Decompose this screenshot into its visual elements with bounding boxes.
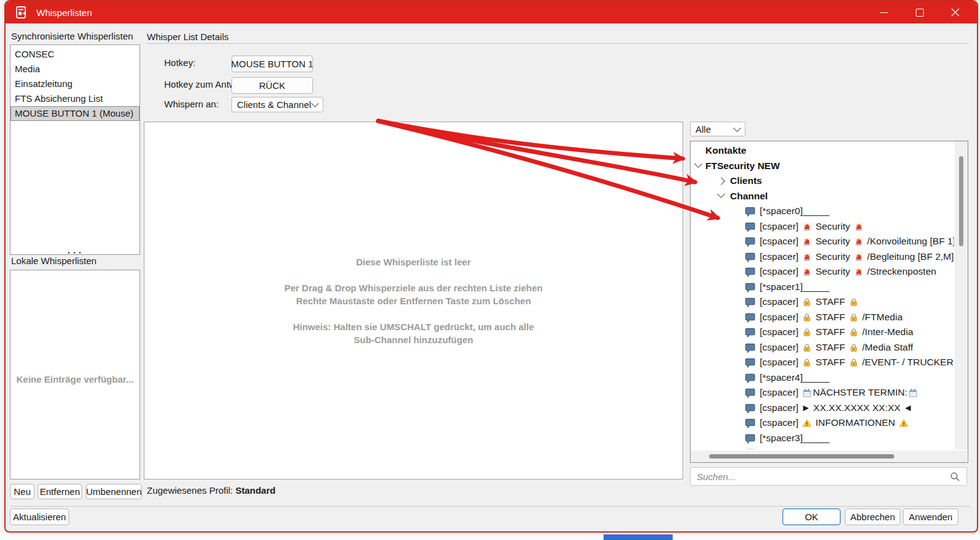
bubble-icon [745, 206, 755, 217]
sync-whisperlists[interactable]: CONSECMediaEinsatzleitungFTS Absicherung… [10, 44, 140, 255]
tree-item[interactable]: Clients [691, 173, 954, 189]
lock-icon [802, 343, 812, 352]
rename-button[interactable]: Umbenennen [86, 484, 142, 499]
whisper-app-icon [15, 6, 29, 19]
assigned-profile-value: Standard [235, 485, 275, 496]
tree-item-text: [*spacer0]_____ [760, 206, 829, 216]
tree-item-text: [cspacer] [760, 266, 801, 276]
tree-item[interactable]: [cspacer] STAFF /FTMedia [691, 310, 954, 325]
tree-item[interactable]: [cspacer] ► XX.XX.XXXX XX:XX ◄ [691, 401, 954, 416]
vertical-scrollbar[interactable] [955, 141, 968, 449]
reply-hotkey-button[interactable]: RÜCK [231, 77, 313, 94]
channel-tree: KontakteFTSecurity NEWClientsChannel[*sp… [691, 141, 954, 449]
splitter-dots-icon [68, 252, 70, 254]
tree-item[interactable]: [*spacer3]_____ [691, 431, 954, 446]
whisper-to-select[interactable]: Clients & Channel [231, 97, 323, 112]
tree-item[interactable]: [cspacer] STAFF /EVENT- / TRUCKERS STAFF [691, 355, 954, 370]
lock-icon [802, 297, 812, 307]
tree-item[interactable]: [cspacer] NÄCHSTER TERMIN: [691, 385, 954, 401]
tree-item-text: Security [813, 236, 853, 246]
bubble-icon [745, 222, 755, 232]
search-input[interactable]: Suchen... [690, 467, 967, 486]
siren-icon [854, 222, 863, 231]
tree-item-text: /Streckenposten [865, 266, 936, 276]
local-whisperlists-label: Lokale Whisperlisten [11, 255, 96, 266]
tree-item[interactable]: [cspacer] INFORMATIONEN [691, 415, 954, 431]
whisper-to-value: Clients & Channel [237, 99, 312, 110]
tree-item[interactable]: [cspacer] STAFF /Inter-Media [691, 325, 954, 340]
search-icon[interactable] [950, 471, 960, 482]
siren-icon [802, 252, 812, 262]
tree-item[interactable]: [cspacer] Security /Streckenposten [691, 264, 954, 280]
bubble-icon [745, 388, 755, 398]
crown-icon [875, 449, 884, 449]
apply-button[interactable]: Anwenden [903, 509, 958, 525]
close-button[interactable] [937, 1, 973, 23]
tree-item-text: /EVENT- / TRUCKERS STAFF [860, 357, 954, 367]
tree-item-label: Kontakte [705, 145, 746, 156]
tree-item-label: Channel [730, 191, 768, 201]
new-button[interactable]: Neu [10, 484, 35, 499]
hint-line: Per Drag & Drop Whisperziele aus der rec… [284, 281, 542, 294]
list-item[interactable]: Einsatzleitung [10, 77, 139, 91]
tree-item-label: Clients [730, 175, 762, 186]
bubble-icon [745, 343, 755, 353]
ok-button[interactable]: OK [783, 509, 841, 525]
horizontal-scrollbar[interactable] [691, 451, 967, 462]
contacts-channel-tree-box: KontakteFTSecurity NEWClientsChannel[*sp… [690, 141, 968, 463]
chevron-down-icon[interactable] [694, 160, 702, 168]
tree-item[interactable]: [cspacer] Versanstalter [691, 446, 954, 449]
maximize-button[interactable] [902, 1, 937, 23]
bubble-icon [745, 312, 755, 323]
tree-item-text: [cspacer] [760, 221, 801, 231]
tree-item[interactable]: [cspacer] STAFF /Media Staff [691, 340, 954, 355]
tree-item[interactable]: [*spacer0]_____ [691, 204, 954, 219]
tree-item-text: INFORMATIONEN [813, 417, 898, 428]
filter-select[interactable]: Alle [690, 122, 745, 136]
tree-item[interactable]: [cspacer] Security [691, 219, 954, 235]
refresh-button[interactable]: Aktualisieren [10, 509, 69, 525]
horizontal-scrollbar-thumb[interactable] [709, 454, 894, 459]
whisperlist-targets-panel[interactable]: Diese Whisperliste ist leer Per Drag & D… [144, 122, 683, 480]
local-whisperlists[interactable]: Keine Einträge verfügbar... [10, 270, 140, 480]
tree-item-text: [cspacer] [760, 251, 801, 262]
chevron-down-icon[interactable] [717, 190, 725, 198]
tree-item-text: /Media Staff [860, 342, 913, 352]
list-item[interactable]: FTS Absicherung List [10, 91, 139, 106]
cancel-button[interactable]: Abbrechen [845, 509, 900, 525]
hotkey-button[interactable]: MOUSE BUTTON 1 [231, 56, 313, 72]
tree-item-text: /Inter-Media [860, 326, 913, 337]
vertical-scrollbar-thumb[interactable] [959, 156, 963, 246]
hint-gap [284, 268, 542, 281]
tree-item-text: [cspacer] [760, 387, 801, 397]
bubble-icon [745, 357, 755, 368]
tree-item[interactable]: [*spacer4]_____ [691, 370, 954, 386]
tree-item-text: [cspacer] [760, 357, 801, 367]
maximize-icon [916, 9, 924, 17]
tree-item[interactable]: [cspacer] Security /Begleitung [BF 2,M] [691, 249, 954, 265]
tree-item-label: FTSecurity NEW [705, 160, 780, 171]
minimize-button[interactable] [866, 1, 902, 23]
tree-item-text: Security [813, 221, 853, 231]
list-item[interactable]: CONSEC [10, 47, 139, 62]
tree-item[interactable]: Kontakte [691, 143, 954, 159]
tree-item[interactable]: [*spacer1]_____ [691, 280, 954, 295]
list-item[interactable]: MOUSE BUTTON 1 (Mouse) [10, 106, 139, 121]
tree-item-text: [*spacer1]_____ [760, 281, 829, 292]
tree-item[interactable]: FTSecurity NEW [691, 159, 954, 174]
lock-icon [849, 358, 858, 367]
remove-button[interactable]: Entfernen [38, 484, 82, 499]
whisperlisten-window: Whisperlisten Synchronisierte Whisperlis… [4, 0, 978, 533]
local-empty-text: Keine Einträge verfügbar... [10, 374, 139, 384]
bubble-icon [745, 448, 755, 449]
background-sliver-left [0, 0, 4, 540]
list-item[interactable]: Media [10, 62, 139, 77]
tree-item[interactable]: [cspacer] STAFF [691, 294, 954, 310]
tree-item[interactable]: Channel [691, 189, 954, 204]
chevron-right-icon[interactable] [717, 177, 725, 185]
tree-item[interactable]: [cspacer] Security /Konvoileitung [BF 1] [691, 234, 954, 249]
tree-item-text: STAFF [813, 342, 848, 352]
lock-icon [849, 297, 858, 307]
bubble-icon [745, 267, 755, 277]
splitter-handle[interactable] [10, 250, 139, 255]
